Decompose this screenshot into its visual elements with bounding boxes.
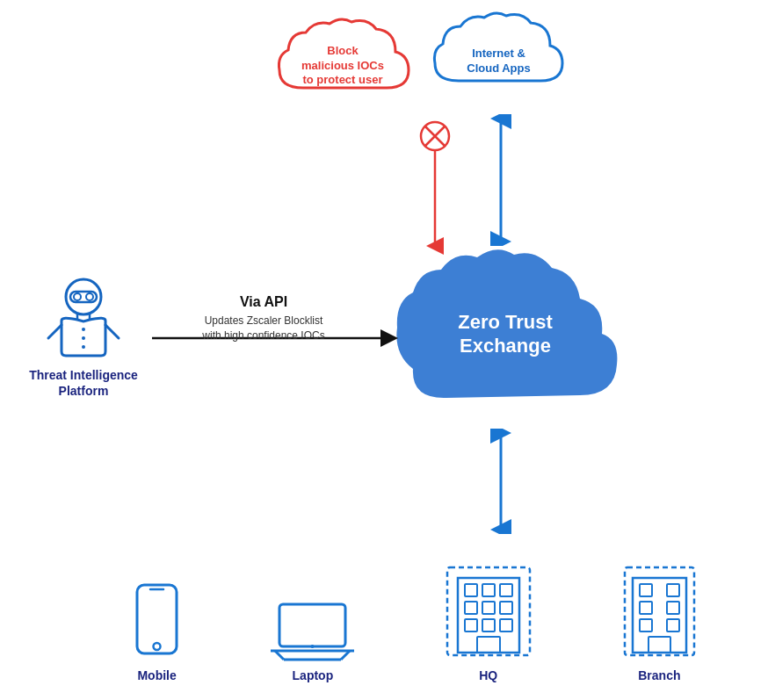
zte-cloud: Zero Trust Exchange [387,237,624,430]
svg-rect-34 [482,619,495,631]
svg-point-10 [86,293,93,300]
svg-rect-31 [482,602,495,614]
svg-rect-42 [667,602,679,614]
svg-rect-30 [465,602,477,614]
svg-point-9 [74,293,81,300]
svg-rect-37 [625,567,694,655]
svg-rect-38 [633,578,686,653]
via-api-title: Via API [163,294,365,310]
hq-label: HQ [479,668,497,682]
mobile-device: Mobile [133,582,181,682]
svg-rect-19 [279,604,345,646]
diagram: Block malicious IOCs to protect user Int… [0,0,768,700]
hq-device: HQ [445,565,533,682]
svg-rect-26 [458,578,519,653]
mobile-label: Mobile [137,668,176,682]
red-cloud: Block malicious IOCs to protect user [272,9,413,123]
devices-section: Mobile Laptop [88,565,742,682]
svg-rect-45 [648,637,670,653]
red-cloud-text: Block malicious IOCs to protect user [294,37,391,96]
branch-icon [622,565,697,661]
svg-rect-39 [640,584,652,596]
svg-rect-33 [465,619,477,631]
hq-icon [445,565,533,661]
svg-point-18 [154,643,161,650]
zte-cloud-text: Zero Trust Exchange [458,310,553,358]
svg-point-14 [82,336,85,340]
laptop-icon [271,600,354,661]
svg-rect-28 [482,584,495,596]
svg-rect-44 [667,619,679,631]
laptop-device: Laptop [271,600,354,682]
svg-rect-27 [465,584,477,596]
svg-point-15 [82,345,85,349]
svg-rect-29 [500,584,512,596]
branch-device: Branch [622,565,697,682]
svg-rect-25 [447,567,530,655]
threat-intel-section: Threat Intelligence Platform [18,272,149,399]
svg-rect-43 [640,619,652,631]
svg-point-24 [311,645,315,648]
laptop-label: Laptop [293,668,334,682]
svg-point-13 [82,328,85,331]
via-api-label: Via API Updates Zscaler Blocklistwith hi… [163,294,365,343]
branch-label: Branch [638,668,680,682]
svg-rect-40 [667,584,679,596]
svg-rect-32 [500,602,512,614]
blue-cloud: Internet & Cloud Apps [431,4,567,119]
svg-rect-41 [640,602,652,614]
mobile-icon [133,582,181,661]
blue-cloud-text: Internet & Cloud Apps [460,40,537,83]
threat-intel-icon [44,272,123,360]
svg-rect-36 [477,637,500,653]
threat-intel-label: Threat Intelligence Platform [29,367,138,399]
via-api-subtitle: Updates Zscaler Blocklistwith high confi… [163,314,365,343]
red-cloud-arrow [404,114,483,255]
svg-rect-35 [500,619,512,631]
zte-to-hq-arrow [475,429,527,534]
